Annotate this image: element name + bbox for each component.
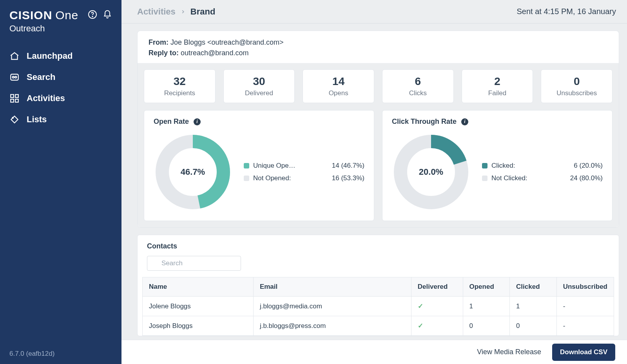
- contacts-card: Contacts Name Email Delivered Opened: [137, 235, 619, 336]
- info-icon[interactable]: i: [194, 118, 201, 125]
- svg-point-9: [12, 117, 13, 118]
- svg-rect-5: [11, 94, 14, 98]
- col-unsub[interactable]: Unsubscribed: [556, 277, 614, 297]
- stat-delivered: 30 Delivered: [223, 69, 295, 103]
- stat-label: Recipients: [147, 89, 212, 97]
- table-row[interactable]: Jolene Bloggs j.bloggs@media.com ✓ 1 1 -: [143, 297, 614, 316]
- version-label: 6.7.0 (eafb12d): [0, 350, 121, 358]
- contacts-title: Contacts: [138, 235, 619, 256]
- ctr-donut: 20.0%: [392, 133, 470, 211]
- svg-point-3: [13, 76, 14, 78]
- brand-logo: CISION One: [9, 9, 78, 22]
- stat-value: 32: [147, 75, 212, 88]
- stat-label: Delivered: [227, 89, 292, 97]
- legend-label: Not Opened:: [253, 174, 291, 182]
- sidebar-item-lists[interactable]: Lists: [0, 109, 121, 130]
- footer-bar: View Media Release Download CSV: [121, 340, 627, 364]
- open-rate-title: Open Rate: [154, 118, 189, 126]
- cell-delivered: ✓: [411, 297, 463, 316]
- sidebar-nav: Launchpad Search Activities Lists: [0, 45, 121, 130]
- sidebar-item-label: Launchpad: [27, 51, 72, 61]
- stat-value: 30: [227, 75, 292, 88]
- breadcrumb-parent[interactable]: Activities: [137, 7, 176, 17]
- from-value: Joe Bloggs <outreach@brand.com>: [170, 38, 283, 46]
- cell-clicked: 1: [510, 297, 557, 316]
- bell-icon[interactable]: [103, 10, 112, 21]
- app-subtitle: Outreach: [0, 24, 121, 45]
- cell-email: j.bloggs@media.com: [253, 297, 411, 316]
- stat-unsubscribes: 0 Unsubscribes: [541, 69, 613, 103]
- sidebar-item-launchpad[interactable]: Launchpad: [0, 45, 121, 67]
- sidebar-item-search[interactable]: Search: [0, 67, 121, 88]
- stat-value: 0: [544, 75, 609, 88]
- open-rate-legend: Unique Ope… 14 (46.7%) Not Opened:: [244, 159, 364, 185]
- swatch: [244, 163, 249, 168]
- col-clicked[interactable]: Clicked: [510, 277, 557, 297]
- ctr-title: Click Through Rate: [392, 118, 457, 126]
- swatch: [244, 176, 249, 181]
- sidebar: CISION One Outreach Launchpad Search Act…: [0, 0, 121, 364]
- help-icon[interactable]: [88, 10, 97, 21]
- from-block: From: Joe Bloggs <outreach@brand.com> Re…: [138, 31, 619, 63]
- download-csv-button[interactable]: Download CSV: [552, 344, 615, 361]
- table-row[interactable]: Joseph Bloggs j.b.bloggs@press.com ✓ 0 0…: [143, 316, 614, 336]
- sidebar-item-activities[interactable]: Activities: [0, 88, 121, 109]
- reply-to-label: Reply to:: [149, 49, 179, 57]
- open-rate-center: 46.7%: [154, 133, 232, 211]
- stat-clicks: 6 Clicks: [382, 69, 454, 103]
- stat-label: Unsubscribes: [544, 89, 609, 97]
- stat-label: Clicks: [386, 89, 450, 97]
- cell-opened: 1: [463, 297, 510, 316]
- sidebar-item-label: Activities: [27, 93, 65, 103]
- info-icon[interactable]: i: [461, 118, 468, 125]
- view-media-release-link[interactable]: View Media Release: [477, 348, 541, 356]
- legend-label: Unique Ope…: [253, 162, 295, 170]
- reply-to-value: outreach@brand.com: [181, 49, 248, 57]
- stat-value: 2: [465, 75, 530, 88]
- legend-value: 14 (46.7%): [332, 162, 364, 170]
- breadcrumb: Activities Brand: [137, 7, 215, 17]
- stat-opens: 14 Opens: [303, 69, 374, 103]
- sidebar-item-label: Lists: [27, 114, 47, 125]
- legend-label: Clicked:: [491, 162, 515, 170]
- svg-point-1: [92, 16, 93, 17]
- cell-delivered: ✓: [411, 316, 463, 336]
- sidebar-item-label: Search: [27, 72, 55, 82]
- cell-name: Jolene Bloggs: [143, 297, 254, 316]
- header: Activities Brand Sent at 4:15 PM, 16 Jan…: [121, 0, 627, 24]
- stat-failed: 2 Failed: [462, 69, 533, 103]
- legend-label: Not Clicked:: [491, 174, 527, 182]
- content-scroll[interactable]: From: Joe Bloggs <outreach@brand.com> Re…: [121, 24, 627, 340]
- swatch: [482, 176, 487, 181]
- cell-unsub: -: [556, 297, 614, 316]
- from-label: From:: [149, 38, 169, 46]
- cell-email: j.b.bloggs@press.com: [253, 316, 411, 336]
- ctr-legend: Clicked: 6 (20.0%) Not Clicked:: [482, 159, 603, 185]
- check-icon: ✓: [418, 302, 423, 310]
- legend-value: 16 (53.3%): [332, 174, 364, 182]
- report-card: From: Joe Bloggs <outreach@brand.com> Re…: [137, 31, 619, 228]
- cell-unsub: -: [556, 316, 614, 336]
- cell-name: Joseph Bloggs: [143, 316, 254, 336]
- stats-row: 32 Recipients 30 Delivered 14 Opens 6 Cl…: [144, 69, 613, 103]
- cell-clicked: 0: [510, 316, 557, 336]
- svg-rect-6: [15, 94, 18, 98]
- legend-value: 24 (80.0%): [570, 174, 603, 182]
- col-email[interactable]: Email: [253, 277, 411, 297]
- breadcrumb-current: Brand: [190, 7, 216, 17]
- legend-value: 6 (20.0%): [574, 162, 603, 170]
- col-name[interactable]: Name: [143, 277, 254, 297]
- svg-rect-8: [15, 99, 18, 102]
- col-opened[interactable]: Opened: [463, 277, 510, 297]
- brand-light: One: [55, 9, 78, 22]
- col-delivered[interactable]: Delivered: [411, 277, 463, 297]
- svg-point-4: [15, 76, 16, 78]
- open-rate-card: Open Rate i 46.7%: [144, 110, 374, 221]
- cell-opened: 0: [463, 316, 510, 336]
- brand-strong: CISION: [9, 9, 52, 22]
- contacts-search-input[interactable]: [147, 256, 241, 271]
- stat-label: Failed: [465, 89, 530, 97]
- stat-value: 6: [386, 75, 450, 88]
- ctr-center: 20.0%: [392, 133, 470, 211]
- svg-rect-7: [11, 99, 14, 102]
